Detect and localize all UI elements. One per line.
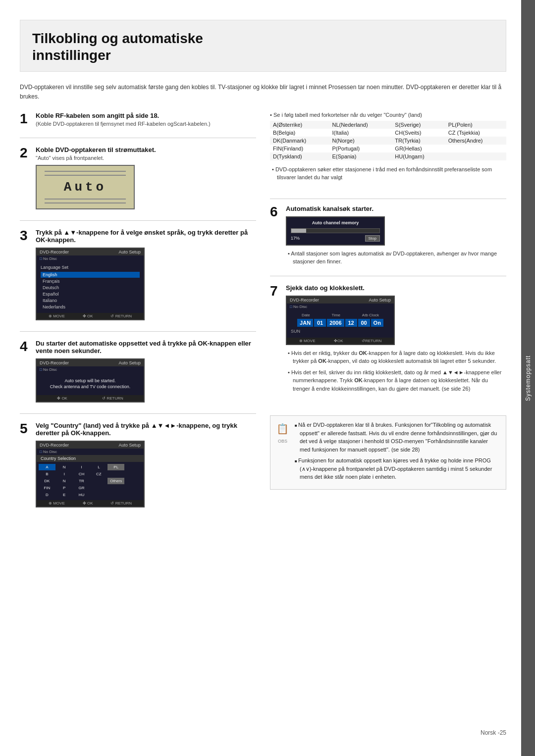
country-empty11 xyxy=(125,492,142,498)
note-item-2: Funksjonen for automatisk oppsett kan kj… xyxy=(294,456,500,481)
step-4-number: 4 xyxy=(20,340,31,406)
country-E: E xyxy=(56,492,73,498)
country-empty3 xyxy=(125,471,142,477)
osd4-nodisc: □ No Disc xyxy=(37,366,144,373)
table-row: FIN(Finland) P(Portugal) GR(Hellas) xyxy=(270,145,506,152)
step-3-osd: DVD-Recorder Auto Setup □ No Disc Langua… xyxy=(36,248,145,320)
note-item-1: Nå er DVD-opptakeren klar til å brukes. … xyxy=(294,421,500,454)
osd7-nodisc: □ No Disc xyxy=(287,303,394,310)
country-D: D xyxy=(39,492,55,498)
country-empty2 xyxy=(107,471,124,477)
country-empty10 xyxy=(107,492,124,498)
osd3-label: Language Set xyxy=(41,265,140,270)
table-row: D(Tyskland) E(Spania) HU(Ungarn) xyxy=(270,152,506,160)
step-7-osd: DVD-Recorder Auto Setup □ No Disc Date T… xyxy=(286,296,395,345)
page-title: Tilkobling og automatiske innstillinger xyxy=(32,30,494,63)
step-5-osd: DVD-Recorder Auto Setup □ No Disc Countr… xyxy=(36,441,145,507)
table-cell: N(Norge) xyxy=(329,137,392,145)
table-cell: PL(Polen) xyxy=(445,121,506,129)
dvd-bullet: DVD-opptakeren søker etter stasjonene i … xyxy=(270,165,506,182)
osd3-option-espanol: Español xyxy=(41,291,140,297)
osd4-footer: ✤ OK↺ RETURN xyxy=(37,395,144,402)
osd6-progress-bar xyxy=(291,228,380,233)
table-cell: CZ (Tsjekkia) xyxy=(445,129,506,137)
step-2-sub: "Auto" vises på frontpanelet. xyxy=(36,155,256,161)
table-cell: E(Spania) xyxy=(329,152,392,160)
table-row: B(Belgia) I(Italia) CH(Sveits) CZ (Tsjek… xyxy=(270,129,506,137)
table-cell: NL(Nederland) xyxy=(329,121,392,129)
table-cell xyxy=(445,152,506,160)
country-table: A(Østerrike) NL(Nederland) S(Sverige) PL… xyxy=(270,121,506,160)
country-empty7 xyxy=(107,485,124,491)
table-cell: HU(Ungarn) xyxy=(392,152,445,160)
osd4-header-left: DVD-Recorder xyxy=(40,360,69,365)
step-4-osd: DVD-Recorder Auto Setup □ No Disc Auto s… xyxy=(36,358,145,403)
step-3-title: Trykk på ▲▼-knappene for å velge ønsket … xyxy=(36,229,256,244)
osd5-header-left: DVD-Recorder xyxy=(40,443,69,448)
table-cell: FIN(Finland) xyxy=(270,145,329,152)
note-icon: 📋 xyxy=(276,421,289,437)
country-GR: GR xyxy=(73,485,90,491)
country-FIN: FIN xyxy=(39,485,55,491)
country-empty1 xyxy=(125,464,142,470)
table-cell: S(Sverige) xyxy=(392,121,445,129)
osd3-option-francais: Français xyxy=(41,278,140,284)
osd4-msg: Auto setup will be started. Check antenn… xyxy=(41,378,140,390)
table-cell: Others(Andre) xyxy=(445,137,506,145)
step-1-number: 1 xyxy=(20,112,31,131)
country-CZ: CZ xyxy=(90,471,107,477)
step-6-osd: Auto channel memory 17% Stop xyxy=(286,216,385,246)
step-6-block: 6 Automatisk kanalsøk starter. Auto chan… xyxy=(270,205,506,276)
osd4-header-right: Auto Setup xyxy=(118,360,141,365)
note-box: 📋 OBS Nå er DVD-opptakeren klar til å br… xyxy=(270,415,506,490)
country-L: L xyxy=(90,464,107,470)
table-cell: DK(Danmark) xyxy=(270,137,329,145)
osd7-clock: On xyxy=(371,319,383,327)
country-P: P xyxy=(56,485,73,491)
step-2-title: Koble DVD-opptakeren til strømuttaket. xyxy=(36,146,256,153)
country-table-note: • Se i følg tabell med forkortelser når … xyxy=(270,112,506,118)
country-A: A xyxy=(39,464,55,470)
country-I2: I xyxy=(56,471,73,477)
osd7-dayname: SUN xyxy=(291,328,390,335)
osd6-stop-btn: Stop xyxy=(365,235,380,242)
table-cell: TR(Tyrkia) xyxy=(392,137,445,145)
osd7-hour: 12 xyxy=(345,319,357,327)
side-tab: Systemoppsatt xyxy=(521,0,535,756)
osd7-header-right: Auto Setup xyxy=(369,298,391,302)
osd3-options: English Français Deutsch Español Italian… xyxy=(41,272,140,310)
osd3-header-left: DVD-Recorder xyxy=(40,250,69,254)
country-empty4 xyxy=(90,478,107,484)
osd3-option-english: English xyxy=(41,272,140,278)
lcd-text: Auto xyxy=(45,178,126,197)
title-box: Tilkobling og automatiske innstillinger xyxy=(20,20,506,72)
country-table-section: • Se i følg tabell med forkortelser når … xyxy=(270,112,506,185)
country-CH: CH xyxy=(73,471,90,477)
step-6-number: 6 xyxy=(270,205,281,269)
table-row: A(Østerrike) NL(Nederland) S(Sverige) PL… xyxy=(270,121,506,129)
obs-label: OBS xyxy=(278,438,287,445)
step-4-title: Du starter det automatiske oppsettet ved… xyxy=(36,340,256,354)
step-1-block: 1 Koble RF-kabelen som angitt på side 18… xyxy=(20,112,256,138)
table-cell: GR(Hellas) xyxy=(392,145,445,152)
country-Others: Others xyxy=(107,478,124,484)
osd7-footer: ⊕ MOVE✤OK↺RETURN xyxy=(287,338,394,344)
country-HU: HU xyxy=(73,492,90,498)
osd6-progress-fill xyxy=(291,229,306,233)
osd7-body: Date Time Atb Clock JAN 01 2006 12 00 xyxy=(287,310,394,338)
osd3-footer: ⊕ MOVE✤ OK↺ RETURN xyxy=(37,313,144,319)
country-N: N xyxy=(56,464,73,470)
osd5-nodisc: □ No Disc xyxy=(37,449,144,455)
osd5-section: Country Selection xyxy=(37,455,144,462)
table-cell: A(Østerrike) xyxy=(270,121,329,129)
table-cell: I(Italia) xyxy=(329,129,392,137)
osd5-footer: ⊕ MOVE✤ OK↺ RETURN xyxy=(37,500,144,506)
osd6-bottom: 17% Stop xyxy=(291,235,380,242)
country-N2: N xyxy=(56,478,73,484)
osd3-option-deutsch: Deutsch xyxy=(41,285,140,291)
osd3-nodisc: □ No Disc xyxy=(37,255,144,262)
step-2-block: 2 Koble DVD-opptakeren til strømuttaket.… xyxy=(20,146,256,221)
step-7-block: 7 Sjekk dato og klokkeslett. DVD-Recorde… xyxy=(270,284,506,403)
country-TR: TR xyxy=(73,478,90,484)
osd6-header: Auto channel memory xyxy=(291,220,380,225)
